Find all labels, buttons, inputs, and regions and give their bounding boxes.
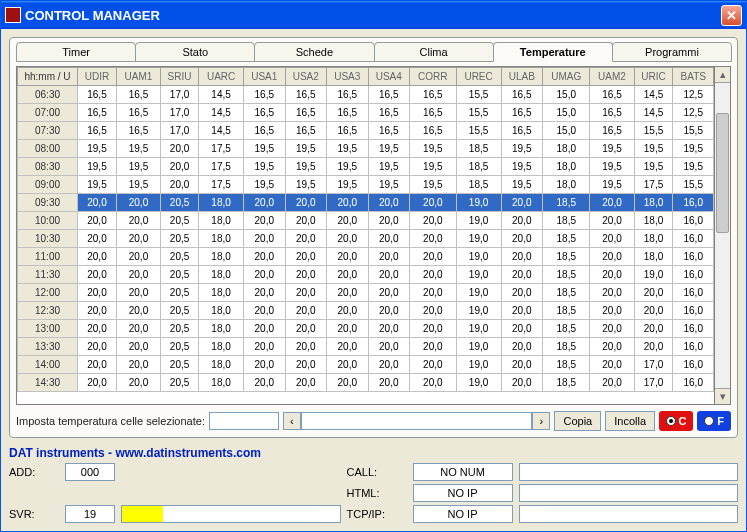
value-cell[interactable]: 16,5 — [116, 86, 160, 104]
value-cell[interactable]: 20,0 — [634, 338, 673, 356]
value-cell[interactable]: 12,5 — [673, 86, 714, 104]
value-cell[interactable]: 20,0 — [410, 194, 457, 212]
scroll-down-button[interactable]: ▾ — [715, 388, 730, 404]
value-cell[interactable]: 16,0 — [673, 320, 714, 338]
value-cell[interactable]: 19,5 — [501, 176, 543, 194]
value-cell[interactable]: 18,5 — [543, 284, 590, 302]
value-cell[interactable]: 20,0 — [634, 320, 673, 338]
value-cell[interactable]: 20,5 — [161, 356, 199, 374]
value-cell[interactable]: 18,5 — [543, 374, 590, 392]
paste-button[interactable]: Incolla — [605, 411, 655, 431]
col-header[interactable]: UAM2 — [590, 68, 634, 86]
time-cell[interactable]: 09:00 — [18, 176, 78, 194]
col-header[interactable]: USA2 — [285, 68, 327, 86]
value-cell[interactable]: 19,5 — [78, 158, 117, 176]
value-cell[interactable]: 20,0 — [161, 158, 199, 176]
value-cell[interactable]: 16,5 — [501, 104, 543, 122]
value-cell[interactable]: 17,5 — [634, 176, 673, 194]
time-cell[interactable]: 11:00 — [18, 248, 78, 266]
time-cell[interactable]: 11:30 — [18, 266, 78, 284]
value-cell[interactable]: 17,5 — [199, 158, 244, 176]
value-cell[interactable]: 20,0 — [634, 302, 673, 320]
value-cell[interactable]: 19,5 — [327, 176, 369, 194]
value-cell[interactable]: 16,5 — [590, 122, 634, 140]
value-cell[interactable]: 15,5 — [456, 104, 501, 122]
value-cell[interactable]: 16,0 — [673, 230, 714, 248]
value-cell[interactable]: 20,0 — [285, 266, 327, 284]
value-cell[interactable]: 18,0 — [543, 176, 590, 194]
value-cell[interactable]: 20,0 — [327, 284, 369, 302]
value-cell[interactable]: 19,5 — [78, 140, 117, 158]
value-cell[interactable]: 17,5 — [199, 176, 244, 194]
value-cell[interactable]: 16,5 — [78, 122, 117, 140]
value-cell[interactable]: 18,5 — [543, 356, 590, 374]
value-cell[interactable]: 20,0 — [285, 212, 327, 230]
value-cell[interactable]: 19,0 — [456, 284, 501, 302]
value-cell[interactable]: 20,0 — [501, 302, 543, 320]
value-cell[interactable]: 18,0 — [634, 230, 673, 248]
value-cell[interactable]: 20,0 — [327, 230, 369, 248]
value-cell[interactable]: 16,0 — [673, 266, 714, 284]
temp-input[interactable] — [209, 412, 279, 430]
value-cell[interactable]: 20,0 — [161, 140, 199, 158]
value-cell[interactable]: 16,0 — [673, 338, 714, 356]
value-cell[interactable]: 18,0 — [634, 194, 673, 212]
value-cell[interactable]: 14,5 — [634, 86, 673, 104]
time-cell[interactable]: 13:00 — [18, 320, 78, 338]
value-cell[interactable]: 20,0 — [590, 212, 634, 230]
value-cell[interactable]: 20,0 — [327, 374, 369, 392]
value-cell[interactable]: 16,5 — [244, 86, 286, 104]
value-cell[interactable]: 19,0 — [456, 230, 501, 248]
value-cell[interactable]: 14,5 — [199, 122, 244, 140]
temp-slider[interactable]: ‹ › — [283, 412, 551, 430]
value-cell[interactable]: 20,0 — [590, 194, 634, 212]
value-cell[interactable]: 18,0 — [199, 212, 244, 230]
value-cell[interactable]: 15,5 — [456, 86, 501, 104]
value-cell[interactable]: 16,5 — [116, 122, 160, 140]
value-cell[interactable]: 16,0 — [673, 284, 714, 302]
col-header[interactable]: UDIR — [78, 68, 117, 86]
value-cell[interactable]: 19,5 — [244, 176, 286, 194]
value-cell[interactable]: 19,5 — [673, 140, 714, 158]
value-cell[interactable]: 16,0 — [673, 356, 714, 374]
value-cell[interactable]: 19,5 — [327, 140, 369, 158]
time-cell[interactable]: 06:30 — [18, 86, 78, 104]
value-cell[interactable]: 15,0 — [543, 104, 590, 122]
value-cell[interactable]: 19,5 — [244, 140, 286, 158]
value-cell[interactable]: 19,5 — [634, 140, 673, 158]
value-cell[interactable]: 20,0 — [116, 230, 160, 248]
value-cell[interactable]: 19,5 — [116, 140, 160, 158]
tab-schede[interactable]: Schede — [254, 42, 374, 62]
value-cell[interactable]: 16,5 — [327, 86, 369, 104]
table-row[interactable]: 07:3016,516,517,014,516,516,516,516,516,… — [18, 122, 714, 140]
value-cell[interactable]: 20,0 — [590, 230, 634, 248]
value-cell[interactable]: 19,5 — [116, 176, 160, 194]
value-cell[interactable]: 20,0 — [590, 320, 634, 338]
col-header[interactable]: UARC — [199, 68, 244, 86]
value-cell[interactable]: 18,0 — [199, 194, 244, 212]
value-cell[interactable]: 19,0 — [456, 194, 501, 212]
value-cell[interactable]: 20,0 — [368, 194, 410, 212]
value-cell[interactable]: 20,0 — [501, 266, 543, 284]
value-cell[interactable]: 16,5 — [368, 86, 410, 104]
value-cell[interactable]: 16,0 — [673, 194, 714, 212]
value-cell[interactable]: 16,0 — [673, 248, 714, 266]
value-cell[interactable]: 19,0 — [456, 356, 501, 374]
value-cell[interactable]: 20,0 — [368, 266, 410, 284]
value-cell[interactable]: 18,5 — [543, 194, 590, 212]
tab-timer[interactable]: Timer — [16, 42, 136, 62]
value-cell[interactable]: 16,5 — [368, 122, 410, 140]
value-cell[interactable]: 18,0 — [543, 158, 590, 176]
slider-inc-button[interactable]: › — [532, 412, 550, 430]
grid[interactable]: hh:mm / UUDIRUAM1SRIUUARCUSA1USA2USA3USA… — [16, 66, 715, 405]
value-cell[interactable]: 20,5 — [161, 302, 199, 320]
value-cell[interactable]: 20,0 — [244, 320, 286, 338]
value-cell[interactable]: 20,5 — [161, 266, 199, 284]
scroll-thumb[interactable] — [716, 113, 729, 233]
value-cell[interactable]: 16,0 — [673, 302, 714, 320]
value-cell[interactable]: 15,0 — [543, 122, 590, 140]
brand-link[interactable]: DAT instruments - www.datinstruments.com — [9, 446, 738, 460]
table-row[interactable]: 09:3020,020,020,518,020,020,020,020,020,… — [18, 194, 714, 212]
value-cell[interactable]: 16,5 — [501, 86, 543, 104]
tab-clima[interactable]: Clima — [374, 42, 494, 62]
